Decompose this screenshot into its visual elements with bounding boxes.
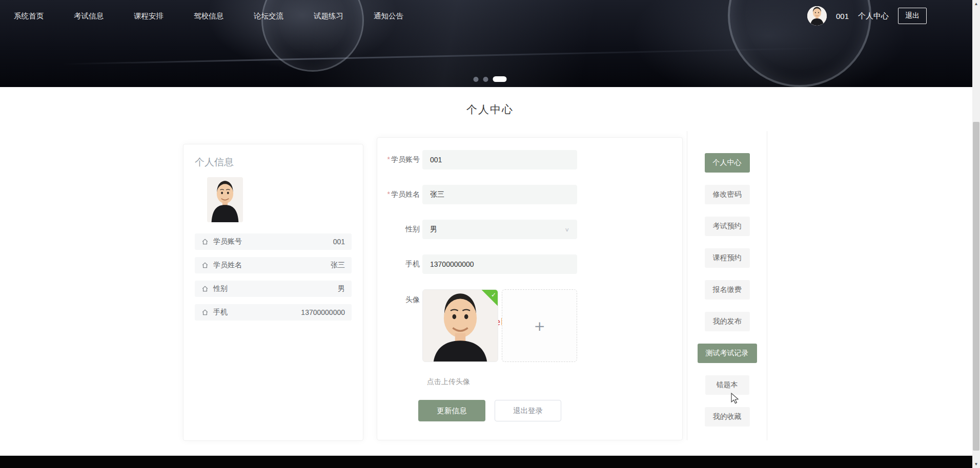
info-row-name: 学员姓名 张三	[195, 257, 352, 273]
profile-photo	[207, 177, 243, 222]
info-value: 张三	[331, 261, 345, 270]
field-label: 性别	[377, 225, 420, 234]
personal-center-menu: 个人中心 修改密码 考试预约 课程预约 报名缴费 我的发布 测试考试记录 错题本…	[687, 131, 767, 440]
nav-profile-link[interactable]: 个人中心	[858, 11, 889, 21]
menu-item-wrong-question-book[interactable]: 错题本	[705, 375, 749, 395]
avatar-photo	[207, 177, 243, 222]
nav-item-school[interactable]: 驾校信息	[194, 11, 223, 21]
nav-user-area: 001 个人中心 退出	[807, 6, 927, 26]
logout-session-button[interactable]: 退出登录	[495, 400, 561, 421]
gender-selected-value: 男	[430, 225, 437, 234]
profile-info-list: 学员账号 001 学员姓名 张三 性别 男 手机 13700000000	[195, 233, 352, 321]
menu-item-change-password[interactable]: 修改密码	[705, 185, 750, 204]
required-mark: *	[387, 190, 390, 198]
carousel-indicators	[474, 76, 507, 82]
gender-select[interactable]: 男 ∨	[422, 220, 577, 239]
menu-item-registration-payment[interactable]: 报名缴费	[705, 280, 750, 300]
menu-item-personal-center[interactable]: 个人中心	[705, 153, 750, 173]
field-label: 头像	[377, 289, 420, 305]
avatar-photo	[423, 290, 498, 361]
home-icon	[201, 309, 209, 316]
info-row-account: 学员账号 001	[195, 233, 352, 250]
page-title: 个人中心	[0, 102, 980, 117]
info-row-phone: 手机 13700000000	[195, 304, 352, 321]
form-row-account: *学员账号	[377, 150, 682, 169]
home-icon	[201, 238, 209, 245]
phone-input[interactable]	[422, 254, 577, 274]
top-navbar: 系统首页 考试信息 课程安排 驾校信息 论坛交流 试题练习 通知公告 001	[0, 0, 980, 32]
info-row-gender: 性别 男	[195, 281, 352, 297]
upload-hint-text: 点击上传头像	[427, 377, 682, 387]
avatar-photo	[807, 6, 827, 26]
plus-icon: ＋	[532, 317, 548, 334]
username-text: 001	[836, 12, 849, 20]
account-input[interactable]	[422, 150, 577, 169]
info-label: 性别	[213, 284, 228, 293]
footer-bar	[0, 456, 980, 468]
name-input[interactable]	[422, 185, 577, 204]
chevron-down-icon: ∨	[564, 226, 569, 232]
carousel-dot-2[interactable]	[483, 77, 488, 82]
nav-item-home[interactable]: 系统首页	[14, 11, 44, 21]
avatar-upload-button[interactable]: ＋	[502, 289, 577, 362]
menu-item-exam-booking[interactable]: 考试预约	[705, 217, 750, 236]
scrollbar[interactable]: ▲ ▼	[972, 0, 980, 468]
nav-item-forum[interactable]: 论坛交流	[254, 11, 283, 21]
info-label: 学员姓名	[213, 261, 242, 270]
car-body-highlight	[62, 47, 830, 65]
profile-summary-card: 个人信息 学员账号 001 学员姓名 张三 性别 男	[183, 144, 363, 441]
info-label: 手机	[213, 308, 228, 317]
nav-item-course[interactable]: 课程安排	[134, 11, 164, 21]
nav-item-practice[interactable]: 试题练习	[314, 11, 343, 21]
user-avatar[interactable]	[807, 6, 827, 26]
info-label: 学员账号	[213, 237, 242, 246]
menu-item-course-booking[interactable]: 课程预约	[705, 248, 750, 268]
scrollbar-down-arrow[interactable]: ▼	[972, 460, 980, 468]
menu-item-my-posts[interactable]: 我的发布	[705, 312, 750, 331]
scrollbar-thumb[interactable]	[973, 122, 979, 451]
update-info-button[interactable]: 更新信息	[418, 400, 485, 421]
carousel-dot-1[interactable]	[474, 77, 479, 82]
scrollbar-up-arrow[interactable]: ▲	[972, 0, 980, 8]
menu-item-test-exam-records[interactable]: 测试考试记录	[698, 344, 757, 363]
form-row-name: *学员姓名	[377, 185, 682, 204]
nav-menu: 系统首页 考试信息 课程安排 驾校信息 论坛交流 试题练习 通知公告	[14, 11, 403, 21]
form-row-phone: 手机	[377, 254, 682, 274]
nav-item-notice[interactable]: 通知公告	[374, 11, 403, 21]
check-icon: ✓	[491, 291, 496, 299]
home-icon	[201, 262, 209, 269]
uploaded-avatar-thumbnail[interactable]: ✓	[422, 289, 498, 362]
hero-banner: 系统首页 考试信息 课程安排 驾校信息 论坛交流 试题练习 通知公告 001	[0, 0, 980, 87]
info-value: 001	[333, 238, 345, 246]
nav-item-exam-info[interactable]: 考试信息	[74, 11, 104, 21]
info-value: 13700000000	[301, 308, 345, 316]
menu-item-my-favorites[interactable]: 我的收藏	[705, 407, 750, 427]
home-icon	[201, 285, 209, 292]
avatar-upload-area: ✓ ＋	[422, 289, 577, 362]
form-row-avatar: 头像 ✓ ＋	[377, 289, 682, 362]
form-actions: 更新信息 退出登录	[418, 400, 682, 421]
carousel-dot-3-active[interactable]	[493, 76, 507, 82]
field-label: *学员账号	[377, 155, 420, 164]
field-label: *学员姓名	[377, 190, 420, 199]
required-mark: *	[387, 155, 390, 163]
info-value: 男	[338, 284, 345, 293]
logout-button[interactable]: 退出	[898, 8, 927, 24]
mouse-cursor	[730, 392, 739, 405]
form-row-gender: 性别 男 ∨ www.bishebang.site	[377, 220, 682, 239]
profile-edit-form: *学员账号 *学员姓名 性别 男 ∨ www.bishebang.site 手机…	[377, 137, 683, 440]
field-label: 手机	[377, 260, 420, 269]
profile-card-title: 个人信息	[195, 156, 352, 169]
